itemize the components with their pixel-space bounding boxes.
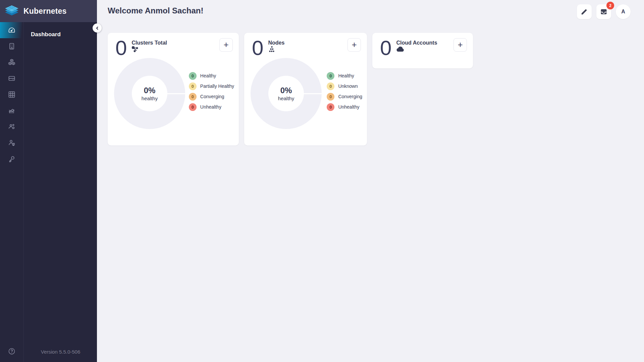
notification-count-badge: 2 [606,2,614,9]
clusters-health-donut: 0% healthy [114,58,185,129]
clusters-legend: 0 Healthy 0 Partially Healthy 0 Convergi… [189,72,235,111]
sidebar-item-workspaces[interactable] [0,54,23,70]
unhealthy-count-badge: 0 [327,103,334,111]
analytics-chart-icon [8,107,16,115]
legend-item: 0 Unknown [327,82,362,90]
grid-icon [8,90,16,99]
legend-item: 0 Converging [189,93,234,101]
sidebar-item-identity-providers[interactable] [0,119,23,135]
donut-gap [167,93,185,94]
legend-item: 0 Healthy [189,72,234,80]
notifications-button[interactable]: 2 [596,4,611,19]
unhealthy-count-badge: 0 [189,103,197,111]
legend-item: 0 Unhealthy [189,103,234,111]
version-label: Version 5.5.0-506 [24,349,97,355]
add-cloud-account-button[interactable]: + [453,38,467,52]
nodes-card: 0 Nodes + [244,33,367,145]
cloud-accounts-count: 0 [380,38,391,58]
edit-button[interactable] [577,4,592,19]
clusters-count: 0 [115,38,126,58]
sidebar-item-access-control[interactable] [0,135,23,151]
sidebar-item-dashboard-label[interactable]: Dashboard [24,22,97,38]
sidebar-item-clusters[interactable] [0,38,23,54]
sidebar-collapse-button[interactable] [93,23,102,33]
donut-caption: healthy [278,96,294,101]
unknown-count-badge: 0 [327,82,334,90]
main-content: Welcome Anmol Sachan! 2 A [97,0,644,362]
add-cluster-button[interactable]: + [219,38,233,52]
header-actions: 2 A [577,4,631,19]
sidebar: Kubernetes [0,0,97,362]
card-title: Nodes [268,40,284,46]
legend-item: 0 Healthy [327,72,362,80]
legend-item: 0 Unhealthy [327,103,362,111]
brand-header: Kubernetes [0,0,97,22]
add-node-button[interactable]: + [347,38,361,52]
donut-percent: 0% [144,86,156,95]
healthy-count-badge: 0 [189,72,197,80]
sidebar-item-secrets[interactable] [0,151,23,167]
nodes-health-donut: 0% healthy [251,58,322,129]
users-gear-icon [8,123,16,131]
kubernetes-logo-icon [4,5,19,17]
key-icon [8,155,16,163]
donut-caption: healthy [142,96,158,101]
nodes-count: 0 [252,38,263,58]
cubes-icon [8,58,16,66]
summary-cards: 0 Clusters Total + [108,33,473,145]
partially-healthy-count-badge: 0 [189,82,197,90]
chevron-left-icon [95,26,99,30]
brand-name: Kubernetes [23,7,67,16]
server-icon [8,74,16,82]
sidebar-item-applications[interactable] [0,86,23,103]
legend-item: 0 Partially Healthy [189,82,234,90]
donut-percent: 0% [280,86,292,95]
sidebar-item-infrastructure[interactable] [0,70,23,86]
building-icon [8,42,16,50]
converging-count-badge: 0 [327,93,334,101]
rail-spacer [0,167,23,341]
card-title: Cloud Accounts [396,40,437,46]
user-shield-icon [8,139,16,147]
help-circle-icon [8,347,16,355]
nodes-dots-icon [268,46,284,53]
avatar[interactable]: A [616,4,631,19]
sidebar-item-insights[interactable] [0,103,23,119]
nodes-legend: 0 Healthy 0 Unknown 0 Converging 0 Unhea… [327,72,364,111]
inbox-tray-icon [600,8,608,16]
legend-item: 0 Converging [327,93,362,101]
page-title: Welcome Anmol Sachan! [108,6,203,15]
sidebar-panel: Dashboard Version 5.5.0-506 [24,22,97,362]
icon-rail [0,22,24,362]
sidebar-item-dashboard[interactable] [0,22,23,38]
cloud-icon [396,46,437,52]
card-head: 0 Cloud Accounts + [372,33,473,58]
converging-count-badge: 0 [189,93,197,101]
clusters-total-card: 0 Clusters Total + [108,33,239,145]
card-title: Clusters Total [131,40,167,46]
card-head: 0 Clusters Total + [108,33,239,58]
donut-gap [304,93,322,94]
sidebar-item-help[interactable] [0,341,23,362]
cloud-accounts-card: 0 Cloud Accounts + [372,33,473,68]
card-head: 0 Nodes + [244,33,367,58]
healthy-count-badge: 0 [327,72,334,80]
pencil-icon [581,8,588,15]
cluster-network-icon [131,46,167,53]
dashboard-gauge-icon [8,26,16,34]
